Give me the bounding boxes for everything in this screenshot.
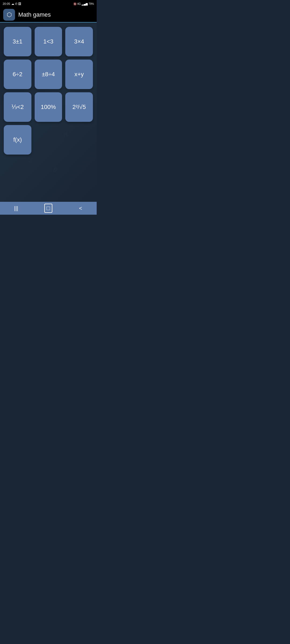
app-icon: ⬡ [3, 9, 15, 21]
game-card-functions[interactable]: f(x) [4, 125, 31, 155]
recent-apps-icon: ||| [14, 205, 18, 211]
game-card-algebra[interactable]: x+y [65, 60, 93, 89]
signal-bars: ▂▄▆ [82, 2, 88, 5]
battery: 79% [89, 2, 94, 5]
game-grid: 3±1 1<3 3×4 6÷2 ±8÷4 x+y ⅓<2 100% 2²/√5 [4, 27, 93, 122]
app-title: Math games [18, 11, 51, 18]
app-icon-symbol: ⬡ [7, 11, 12, 18]
game-card-percentage[interactable]: 100% [35, 92, 62, 122]
app-header: ⬡ Math games [0, 8, 97, 23]
game-card-mixed-division[interactable]: ±8÷4 [35, 60, 62, 89]
game-card-label: ⅓<2 [11, 104, 24, 111]
game-card-comparison[interactable]: 1<3 [35, 27, 62, 56]
mute-icon: 🔇 [73, 2, 77, 5]
game-card-addition-subtraction[interactable]: 3±1 [4, 27, 31, 56]
recent-apps-button[interactable]: ||| [8, 202, 24, 215]
game-card-label: 3±1 [13, 38, 23, 45]
status-bar: 20:05 ☁ ✆ 🖼 🔇 4G ▂▄▆ 79% [0, 0, 97, 8]
home-icon: □ [44, 204, 52, 213]
game-card-division[interactable]: 6÷2 [4, 60, 31, 89]
game-card-label: ±8÷4 [42, 71, 55, 78]
main-content: ∫ x² ∑ √ π Δ y=mx+b θ ∞ a²+b²=c² 3±1 1<3… [0, 23, 97, 202]
game-card-label: 1<3 [43, 38, 53, 45]
network-label: 4G [77, 2, 81, 5]
game-card-label: 6÷2 [13, 71, 23, 78]
status-bar-left: 20:05 ☁ ✆ 🖼 [3, 2, 21, 6]
game-card-label: f(x) [13, 136, 22, 143]
status-bar-right: 🔇 4G ▂▄▆ 79% [73, 2, 94, 5]
game-card-label: x+y [74, 71, 84, 78]
game-card-multiplication[interactable]: 3×4 [65, 27, 93, 56]
nav-bar: ||| □ < [0, 202, 97, 215]
game-card-powers-roots[interactable]: 2²/√5 [65, 92, 93, 122]
game-card-label: 100% [41, 104, 56, 111]
signal-icons: ☁ ✆ 🖼 [11, 2, 21, 6]
time: 20:05 [3, 2, 10, 5]
home-button[interactable]: □ [40, 202, 56, 215]
back-button[interactable]: < [73, 202, 89, 215]
game-card-label: 2²/√5 [73, 104, 86, 111]
back-icon: < [79, 205, 82, 211]
game-card-fractions[interactable]: ⅓<2 [4, 92, 31, 122]
game-grid-last-row: f(x) [4, 125, 93, 155]
game-card-label: 3×4 [74, 38, 84, 45]
